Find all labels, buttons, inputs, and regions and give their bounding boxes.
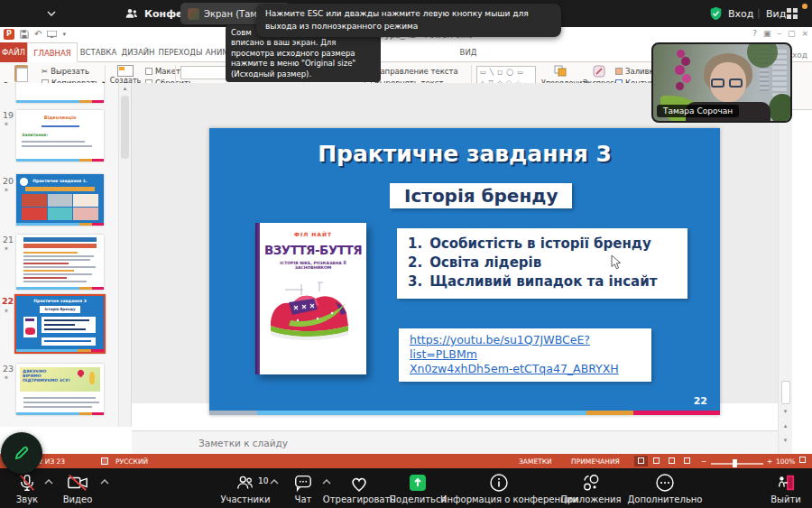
restore-button[interactable]: ▢ [788, 29, 796, 38]
flower [675, 65, 685, 75]
previous-slide-button[interactable]: ▴ [780, 420, 791, 432]
thumb-sub: Запитання: [22, 133, 48, 137]
thumbnail-slide-23[interactable]: ДЯКУЄМО ВІРИМО ПІДТРИМУЄМО ЗСУ! [16, 364, 104, 415]
animation-star-icon: ✶ [4, 245, 9, 253]
animation-star-icon: ✶ [4, 308, 9, 315]
next-slide-button[interactable]: ▾ [780, 435, 791, 447]
thumbnail-slide-21[interactable] [16, 235, 104, 290]
comments-toggle[interactable]: ПРИМЕЧАНИЯ [571, 457, 620, 466]
youtube-link-line1[interactable]: https://youtu.be/su1Q7JWBCeE?list=PLBMm [410, 333, 644, 362]
normal-view-button[interactable] [634, 456, 648, 466]
slide-sorter-view-button[interactable] [650, 456, 663, 466]
slideshow-view-button[interactable] [680, 456, 694, 466]
more-button[interactable]: Дополнительно [606, 473, 724, 504]
tab-insert[interactable]: ВСТАВКА [78, 42, 119, 62]
close-button[interactable]: × [801, 29, 808, 38]
security-shield-icon[interactable] [709, 6, 723, 21]
meeting-toolbar: Звук Видео Участники 10 Чат Отреагироват… [0, 468, 812, 508]
scrollbar-thumb[interactable] [781, 381, 790, 404]
camera-off-icon [67, 473, 88, 493]
thumb-text-lines [22, 141, 85, 143]
shape-fill-icon [615, 68, 623, 75]
animation-star-icon: ✶ [4, 374, 9, 382]
tab-design[interactable]: ДИЗАЙН [119, 42, 157, 62]
flower [676, 82, 684, 90]
figure-icon [89, 372, 95, 384]
thumbnail-slide-22-selected[interactable]: Практичне завдання 3 Історія бренду [14, 294, 106, 354]
animation-star-icon: ✶ [4, 121, 9, 128]
apps-icon [581, 473, 601, 493]
zoom-level[interactable]: 100% [776, 457, 795, 466]
thumb-collage [22, 194, 98, 220]
arrange-icon [554, 65, 568, 78]
current-slide-canvas[interactable]: Практичне завдання 3 Історія бренду ФІЛ … [209, 128, 720, 415]
scrollbar-thumb[interactable] [121, 96, 129, 159]
cut-button[interactable]: ✂Вырезать [42, 67, 89, 76]
zoom-slider[interactable] [711, 463, 763, 465]
thumbnail-slide-18[interactable] [16, 83, 104, 103]
slide-link-box[interactable]: https://youtu.be/su1Q7JWBCeE?list=PLBMm … [399, 328, 651, 382]
leave-icon [776, 473, 796, 493]
minimize-button[interactable]: – [777, 29, 781, 38]
annotation-pencil-button[interactable] [1, 432, 42, 474]
spellcheck-icon[interactable] [101, 457, 108, 466]
scroll-down-icon[interactable]: ▾ [780, 406, 791, 418]
flower [682, 74, 691, 83]
sneaker-illustration [265, 279, 355, 346]
zoom-in-button[interactable]: + [767, 457, 772, 466]
thumbnail-slide-20[interactable]: Практичне завдання 1. [16, 174, 104, 226]
flower [681, 57, 690, 66]
divider: | [757, 7, 761, 19]
background-tree [769, 94, 792, 123]
zoom-out-button[interactable]: − [701, 457, 706, 466]
ppt-status-bar: СЛАЙД 22 ИЗ 23 РУССКИЙ ЗАМЕТКИ ПРИМЕЧАНИ… [0, 454, 812, 468]
glasses [729, 79, 743, 88]
thumbnail-scrollbar[interactable]: ▴ [118, 83, 131, 427]
fit-to-window-button[interactable] [796, 455, 809, 466]
scroll-up-icon[interactable]: ▴ [119, 83, 131, 94]
mouse-cursor [611, 254, 622, 271]
glasses [711, 79, 724, 88]
youtube-link-line2[interactable]: Xn0zw4xhDh5em-etCTqa47_ABRYXH [410, 362, 644, 376]
thumbnail-number: 19 [3, 110, 14, 120]
collapse-chevron-icon[interactable] [47, 11, 56, 16]
signin-button[interactable]: Вход [728, 8, 753, 20]
leave-meeting-button[interactable]: Выйти [727, 473, 812, 504]
share-screen-icon [408, 473, 428, 493]
view-button[interactable]: Вид [766, 8, 786, 20]
participants-icon [125, 6, 139, 21]
tab-view[interactable]: ВИД [455, 42, 482, 62]
book-subtitle: ІСТОРІЯ NIKE, РОЗКАЗАНА ЇЇ ЗАСНОВНИКОМ [262, 261, 364, 270]
tab-transitions[interactable]: ПЕРЕХОДЫ [157, 42, 204, 62]
language-indicator[interactable]: РУССКИЙ [115, 457, 148, 466]
thumb-stripe [16, 159, 104, 162]
slide-subtitle-box: Історія бренду [390, 183, 572, 208]
notes-toggle[interactable]: ЗАМЕТКИ [519, 457, 552, 466]
ribbon-options-button[interactable]: ▣ [763, 29, 771, 38]
thumbnail-number-current: 22 [2, 296, 14, 306]
notes-pane[interactable]: Заметки к слайду [132, 430, 778, 454]
fullscreen-exit-toast: Нажмите ESC или дважды нажмите левую кно… [256, 4, 561, 37]
tab-file[interactable]: ФАЙЛ [0, 42, 27, 62]
view-grid-icon[interactable] [787, 8, 798, 19]
video-options-chevron[interactable] [100, 479, 109, 485]
scissors-icon: ✂ [42, 67, 48, 76]
video-button[interactable]: Видео [19, 473, 136, 504]
main-scrollbar[interactable]: ▴ ▾ ▴ ▾ [778, 83, 792, 454]
thumb-stripe [16, 412, 104, 415]
webcam-video-tile[interactable]: Тамара Сорочан [651, 42, 792, 123]
thumb-banner [23, 244, 97, 248]
animation-star-icon: ✶ [4, 187, 9, 194]
thumbnail-number: 21 [3, 235, 14, 245]
zoom-slider-thumb[interactable] [733, 459, 737, 467]
thumb-stripe [16, 349, 104, 352]
tab-home[interactable]: ГЛАВНАЯ [27, 42, 78, 62]
thumbnail-slide-19[interactable]: Відеолекція Запитання: [16, 110, 104, 162]
thumb-list [42, 317, 96, 333]
paste-icon [14, 65, 28, 82]
thumb-logo [20, 178, 28, 186]
thumb-book [23, 317, 37, 337]
layout-icon [145, 68, 152, 75]
help-button[interactable]: ? [752, 29, 757, 38]
reading-view-button[interactable] [665, 456, 678, 466]
